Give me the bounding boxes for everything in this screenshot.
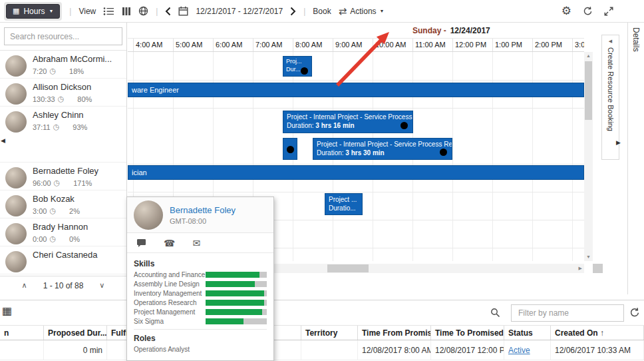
column-header[interactable]: Time From Promised [358,326,431,340]
actions-dropdown-button[interactable]: ⇄ Actions ▼ [339,6,385,16]
resource-hours: 130:33 [33,95,55,103]
list-view-icon[interactable] [103,7,114,16]
skill-row: Operations Research [134,299,267,306]
skills-title: Skills [134,259,267,268]
details-tab[interactable]: Details [627,23,644,294]
column-header[interactable]: Time To Promised [431,326,504,340]
resource-name: Abraham McCormi... [33,54,112,64]
search-icon [490,308,500,318]
resource-panel: Abraham McCormi...7:20◷18%Allison Dickso… [0,23,127,294]
filter-by-name-input[interactable] [517,308,618,318]
date-range[interactable]: 12/21/2017 - 12/27/2017 [196,7,283,16]
booking-block[interactable]: Project ... Duratio... [325,193,363,215]
chat-icon[interactable] [136,238,146,248]
time-label: 12:00 PM [452,39,492,51]
refresh-grid-icon[interactable] [629,307,640,318]
time-label: 1:00 PM [492,39,532,51]
resource-name: Allison Dickson [33,82,92,92]
search-resources-input[interactable] [4,27,122,45]
resource-row[interactable]: Ashley Chinn37:11◷93% [0,107,126,163]
resource-percent: 171% [73,179,92,187]
board-view-icon[interactable] [122,7,131,16]
hours-button-group: ▦ Hours ▼ [4,2,62,21]
time-label: 3:00 PM [572,39,584,51]
booking-block[interactable]: Proj... Dur... [283,56,312,77]
skill-rating-bar [206,290,267,296]
all-day-booking-bar[interactable]: ician [128,165,584,180]
swap-arrows-icon: ⇄ [339,6,347,16]
resource-utilization-row: 0:00◷0% [33,234,88,243]
table-header: nProposed Dur...Fulfille...TerritoryTime… [0,326,644,340]
next-week-button[interactable] [290,7,296,16]
clock-icon: ◷ [49,206,56,215]
time-label: 2:00 PM [532,39,572,51]
resource-row[interactable]: Bernadette Foley96:00◷171% [0,163,126,190]
scroll-right-icon[interactable]: ▶ [579,264,582,273]
time-label: 8:00 AM [293,39,333,51]
expand-right-panel-icon[interactable]: ▶ [616,139,621,146]
vertical-scroll-thumb[interactable] [585,61,592,120]
phone-icon[interactable]: ☎ [164,238,175,248]
refresh-icon[interactable] [583,6,593,16]
skill-row: Project Management [134,308,267,316]
time-label: 6:00 AM [213,39,253,51]
day-header: Sunday -12/24/2017 [128,23,584,39]
resource-info: Ashley Chinn37:11◷93% [33,110,87,131]
all-day-booking-bar[interactable]: ware Engineer [128,83,584,97]
create-resource-booking-label: Create Resource Booking [607,47,615,131]
tooltip-resource-name[interactable]: Bernadette Foley [170,205,236,215]
settings-gear-icon[interactable]: ⚙ [562,5,571,17]
table-row[interactable]: 0 min12/08/2017 8:00 AM12/08/2017 12:00 … [0,340,644,360]
time-label: 10:00 AM [373,39,412,51]
avatar [134,200,163,230]
column-header[interactable]: n [0,326,44,340]
pagination-label: 1 - 10 of 88 [43,281,84,290]
fullscreen-expand-icon[interactable] [604,7,613,16]
resource-row[interactable]: Allison Dickson130:33◷80% [0,79,126,107]
booking-block[interactable] [283,138,297,160]
book-button[interactable]: Book [313,7,331,16]
tooltip-timezone: GMT-08:00 [170,217,236,225]
map-view-icon[interactable] [138,6,148,16]
skill-name: Assembly Line Design [134,280,206,288]
booking-block[interactable]: Project - Internal Project - Service Pro… [283,111,413,133]
resource-utilization-row: 96:00◷171% [33,179,98,187]
booking-block[interactable]: Project - Internal Project - Service Pro… [313,138,452,160]
resource-row[interactable]: Cheri Castaneda [0,246,126,274]
grid-icon: ▦ [13,7,19,15]
scroll-down-icon[interactable]: ▼ [584,253,593,261]
column-header[interactable]: Status [504,326,551,340]
resource-name: Bob Kozak [33,194,80,204]
column-header[interactable]: Territory [301,326,358,340]
vertical-scrollbar[interactable]: ▲ ▼ [584,52,593,261]
skill-row: Accounting and Finance [134,271,267,278]
skill-name: Six Sigma [134,318,206,325]
column-header[interactable]: Created On ↑ [551,326,644,340]
page-up-icon[interactable]: ∧ [22,281,27,290]
resource-utilization-row: 37:11◷93% [33,123,87,131]
scroll-up-icon[interactable]: ▲ [584,52,593,60]
day-date: 12/24/2017 [450,26,490,35]
records-grid-icon[interactable]: ▦ [2,304,12,317]
resource-info: Bernadette Foley96:00◷171% [33,166,98,187]
resource-row[interactable]: Abraham McCormi...7:20◷18% [0,51,126,79]
resource-row[interactable]: Brady Hannon0:00◷0% [0,218,126,246]
collapse-left-panel-icon[interactable]: ◀ [1,137,5,144]
previous-week-button[interactable] [165,7,171,16]
horizontal-scroll-thumb[interactable] [327,264,369,272]
table-cell[interactable]: Active [504,340,551,360]
calendar-icon[interactable] [178,6,188,16]
column-header[interactable]: Proposed Dur... [44,326,107,340]
resource-info: Allison Dickson130:33◷80% [33,82,92,103]
resource-tooltip-card: Bernadette Foley GMT-08:00 ☎ ✉ Skills Ac… [126,196,274,361]
email-icon[interactable]: ✉ [192,238,200,248]
avatar [5,195,27,216]
page-down-icon[interactable]: ∨ [99,281,104,290]
resource-row[interactable]: Bob Kozak3:00◷2% [0,190,126,218]
resource-list: Abraham McCormi...7:20◷18%Allison Dickso… [0,51,126,276]
resource-pagination: ∧ 1 - 10 of 88 ∨ [0,276,126,294]
skill-name: Inventory Management [134,290,206,297]
separator: | [156,7,158,16]
hours-dropdown-button[interactable]: ▦ Hours ▼ [6,4,60,19]
row-divider [128,192,584,192]
